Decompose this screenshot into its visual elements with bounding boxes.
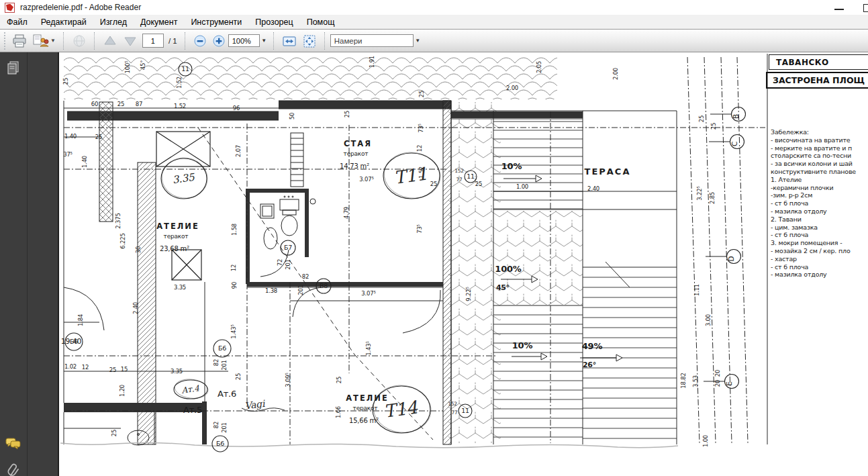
reference-circle-label: В8 — [320, 282, 328, 289]
zoom-in-icon — [212, 34, 226, 48]
dimension-label: 3.35 — [171, 368, 183, 375]
page-number-input[interactable] — [142, 34, 164, 48]
adobe-reader-window: { "window": {"title": "razpredelenie.pdf… — [0, 0, 868, 476]
zoom-out-button[interactable] — [191, 31, 209, 51]
attachments-icon[interactable] — [5, 461, 22, 476]
find-dropdown-caret[interactable]: ▼ — [414, 34, 422, 47]
dimension-label: 45° — [140, 60, 146, 70]
dimension-label: 1.43⁵ — [230, 324, 237, 338]
menu-item-help[interactable]: Помощ — [300, 17, 342, 27]
handwritten-note: 3.35 — [172, 171, 196, 187]
zoom-level-value[interactable]: 100% — [228, 34, 260, 47]
comments-icon[interactable] — [5, 435, 22, 453]
dimension-label: 12 — [416, 145, 423, 152]
dimension-label: 1.91 — [369, 56, 375, 68]
room-label: СТАЯ — [344, 139, 372, 148]
dimension-label: 3.53 — [692, 375, 699, 387]
export-button[interactable] — [69, 31, 89, 51]
dimension-label: 20 — [714, 370, 721, 377]
dimension-label: 73⁵ — [416, 224, 423, 234]
door-arcs — [64, 250, 440, 333]
dimension-label: 25 — [111, 430, 117, 436]
maximize-button[interactable] — [863, 4, 868, 12]
toolbar-grip — [4, 32, 7, 50]
menu-item-window[interactable]: Прозорец — [248, 17, 299, 27]
page-total-label: / 1 — [168, 37, 177, 45]
dimension-label: 25 — [62, 78, 69, 85]
menu-item-file[interactable]: Файл — [0, 17, 34, 27]
tile-hatch-strip — [448, 102, 501, 443]
note-line: столарските са по-тесни — [771, 152, 868, 160]
page-thumbnails-icon[interactable] — [5, 59, 22, 77]
dimension-label: 1.52 — [176, 77, 183, 89]
dimension-label: 15 — [121, 366, 128, 373]
slope-label: 100% — [495, 264, 522, 274]
toolbar-separator — [273, 32, 275, 50]
next-page-button[interactable] — [120, 31, 140, 51]
share-dropdown-caret[interactable]: ▼ — [50, 38, 56, 44]
zoom-in-button[interactable] — [209, 31, 228, 51]
pdf-page-canvas[interactable]: 251.4037⁵6025871.5296251.40100⁵45°1.522.… — [59, 52, 868, 476]
room-label: ТЕРАСА — [585, 166, 631, 177]
dimension-label: 2.375 — [115, 213, 122, 228]
dimension-label: 50 — [289, 113, 295, 120]
titleblock-row1-label: ТАВАНСКО — [776, 58, 829, 67]
menu-item-tools[interactable]: Инструменти — [184, 17, 248, 27]
zoom-dropdown-caret[interactable]: ▼ — [260, 34, 269, 47]
minimize-button[interactable] — [834, 9, 844, 10]
menu-item-document[interactable]: Документ — [134, 17, 184, 27]
email-share-button[interactable]: ▼ — [30, 31, 58, 51]
dimension-label: 30 — [135, 246, 142, 253]
find-input[interactable] — [330, 34, 414, 47]
note-line: - височината на вратите — [771, 136, 868, 144]
email-share-icon — [32, 34, 50, 48]
grid-axis-label: E — [725, 381, 733, 385]
dimension-label: 1.52 — [174, 103, 186, 109]
printer-icon — [12, 34, 27, 48]
dimension-label: 2.00 — [506, 85, 518, 91]
note-line: - цим. замазка — [771, 224, 868, 232]
roof-tile-hatch-top — [64, 56, 557, 99]
dimension-label: 96 — [233, 105, 240, 111]
menu-item-view[interactable]: Изглед — [93, 17, 134, 27]
adobe-reader-app-icon — [5, 3, 15, 13]
dimension-label: 3.35 — [174, 284, 186, 291]
fit-width-button[interactable] — [279, 31, 299, 51]
dimension-label: 3.22⁵ — [696, 186, 703, 200]
fit-page-button[interactable] — [299, 31, 320, 51]
note-line: - мазилка отдолу — [771, 207, 868, 216]
dimension-label: 1.43¹ — [365, 341, 372, 355]
floor-plan-drawing: 251.4037⁵6025871.5296251.40100⁵45°1.522.… — [59, 52, 868, 476]
grid-axis-label: B — [732, 114, 740, 119]
previous-page-button[interactable] — [100, 31, 120, 51]
dimension-label: 82 — [302, 273, 309, 280]
dimension-label: 82 — [213, 422, 220, 428]
grid-axis-label: D — [727, 256, 735, 261]
dimension-label: 12 — [230, 265, 237, 271]
note-line: - мазилка отдолу — [771, 271, 868, 279]
slope-angle-label: 45° — [496, 283, 510, 292]
dimension-label: 1.58 — [231, 224, 238, 236]
print-button[interactable] — [9, 31, 30, 51]
menu-item-edit[interactable]: Редактирай — [34, 17, 93, 27]
dimension-label: 25 — [235, 373, 242, 380]
reference-circle-label: Б7 — [284, 244, 292, 251]
dimension-label: 25 — [344, 111, 350, 117]
dimension-label: 2.40 — [587, 185, 599, 192]
dimension-label: 25 — [475, 181, 482, 187]
dimension-label: 77 — [456, 177, 463, 183]
reference-circle-label: Б6 — [70, 338, 78, 345]
slope-label: 10% — [501, 161, 522, 171]
dimension-label: 60 — [91, 101, 98, 107]
dimension-label: 201 — [297, 285, 304, 295]
note-line: 1. Ателие — [771, 176, 868, 184]
construction-notes: Забележка:- височината на вратите- мерки… — [771, 128, 868, 279]
titleblock-row: ТАВАНСКО 5,6 — [769, 54, 868, 70]
dimension-label: 9.22⁵ — [465, 287, 472, 301]
title-bar[interactable]: razpredelenie.pdf - Adobe Reader — [0, 0, 868, 15]
dimension-label: 1.20 — [119, 385, 126, 397]
dimension-label: 18.82 — [680, 373, 687, 388]
dimension-label: 2.00 — [612, 68, 619, 80]
dimension-label: 3.07⁵ — [361, 290, 375, 297]
dimension-label: 25 — [117, 101, 124, 107]
